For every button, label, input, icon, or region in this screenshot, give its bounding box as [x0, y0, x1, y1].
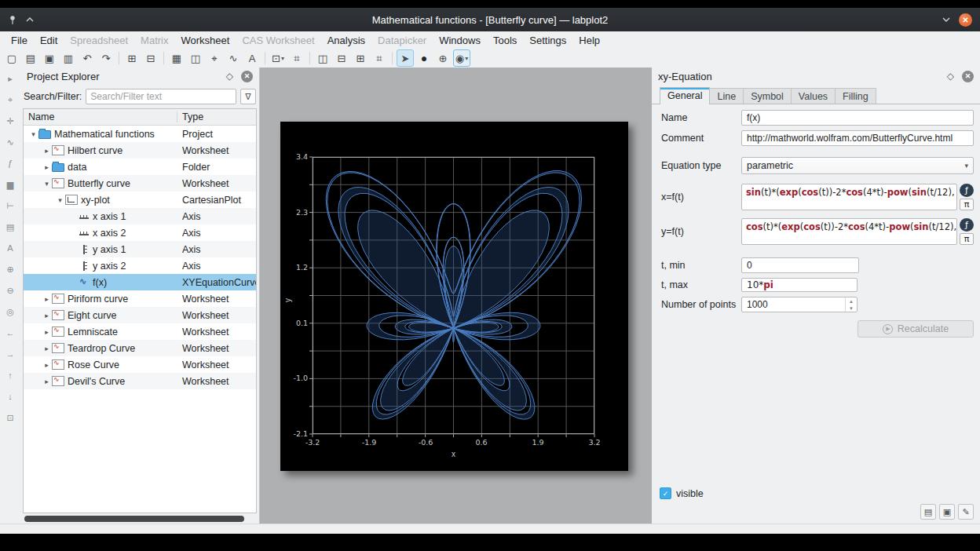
float-dock-icon[interactable]: ◇ [226, 71, 233, 82]
worksheet-page[interactable]: 3.42.31.20.1-1.0-2.1 -3.2-1.9-0.60.61.93… [280, 122, 628, 471]
expand-arrow-icon[interactable]: ▸ [42, 378, 52, 385]
menu-worksheet[interactable]: Worksheet [174, 33, 236, 48]
vtool-auto-scale[interactable]: ⊡ [3, 411, 17, 424]
tab-symbol[interactable]: Symbol [743, 88, 792, 104]
tree-row-devil-s-curve[interactable]: ▸Devil's CurveWorksheet [24, 373, 256, 389]
tree-row-xy-plot[interactable]: ▾xy-plotCartesianPlot [24, 192, 256, 208]
vtool-shift-right-x[interactable]: → [3, 348, 17, 360]
insert-function-button[interactable]: ƒ [960, 184, 974, 197]
spin-arrows[interactable]: ▲ ▼ [845, 297, 857, 312]
expand-arrow-icon[interactable]: ▸ [42, 361, 52, 369]
save-default-button[interactable]: ✎ [958, 504, 974, 520]
save-config-button[interactable]: ▣ [939, 504, 955, 520]
toolbar-new-worksheet[interactable]: ▦ [168, 49, 185, 67]
toolbar-new-plot[interactable]: ∿ [225, 49, 242, 67]
close-dock-icon[interactable]: ✕ [241, 71, 253, 82]
tmin-field[interactable] [741, 257, 859, 273]
toolbar-navigate-mode[interactable]: ● [415, 49, 433, 67]
column-header-name[interactable]: Name [24, 111, 177, 122]
close-button[interactable]: ✕ [959, 13, 972, 27]
spin-down-icon[interactable]: ▼ [846, 305, 857, 312]
menu-windows[interactable]: Windows [433, 33, 487, 48]
menu-file[interactable]: File [5, 33, 34, 48]
toolbar-print-preview[interactable]: ▥ [60, 49, 77, 67]
menu-tools[interactable]: Tools [487, 33, 523, 48]
tree-row-y-axis-2[interactable]: y axis 2Axis [24, 257, 256, 274]
expand-arrow-icon[interactable]: ▸ [42, 328, 52, 336]
toolbar-new-document[interactable]: ▢ [3, 49, 20, 67]
close-dock-icon[interactable]: ✕ [962, 71, 974, 82]
insert-constant-button[interactable]: π [960, 233, 974, 245]
toolbar-new-text-label[interactable]: A [243, 49, 261, 67]
comment-field[interactable] [741, 130, 974, 146]
collapse-arrow-icon[interactable]: ▾ [55, 196, 65, 204]
vtool-add-legend[interactable]: ▤ [3, 221, 17, 233]
pin-icon[interactable] [8, 15, 17, 25]
scrollbar-thumb[interactable] [24, 516, 244, 522]
search-input[interactable] [86, 89, 236, 104]
toolbar-redo[interactable]: ↷ [97, 49, 115, 67]
vtool-select-tool[interactable]: ▸ [3, 72, 17, 85]
vtool-zoom-in[interactable]: ⊕ [3, 263, 17, 276]
collapse-arrow-icon[interactable]: ▾ [42, 180, 52, 188]
toolbar-open-document[interactable]: ▤ [22, 49, 39, 67]
menu-analysis[interactable]: Analysis [321, 33, 371, 48]
menu-help[interactable]: Help [572, 33, 606, 48]
equation-type-select[interactable]: parametric ▾ [741, 157, 974, 174]
cartesian-plot[interactable]: 3.42.31.20.1-1.0-2.1 -3.2-1.9-0.60.61.93… [313, 157, 594, 434]
toolbar-break-layout[interactable]: ⌗ [371, 49, 388, 67]
toolbar-horizontal-layout[interactable]: ⊟ [333, 49, 350, 67]
menu-settings[interactable]: Settings [523, 33, 572, 48]
toolbar-magnification[interactable]: ◉▾ [453, 49, 470, 67]
tree-row-y-axis-1[interactable]: y axis 1Axis [24, 241, 256, 257]
tree-row-f-x[interactable]: f(x)XYEquationCurve [24, 274, 256, 290]
tree-row-x-axis-2[interactable]: x axis 2Axis [24, 224, 256, 241]
toolbar-select-mode[interactable]: ➤ [397, 49, 414, 67]
toolbar-new-datapicker[interactable]: ⌖ [206, 49, 223, 67]
tree-row-data[interactable]: ▸dataFolder [24, 159, 256, 175]
tree-row-mathematical-functions[interactable]: ▾Mathematical functionsProject [24, 126, 256, 142]
expand-arrow-icon[interactable]: ▸ [42, 163, 52, 171]
tree-row-x-axis-1[interactable]: x axis 1Axis [24, 208, 256, 224]
vtool-add-text-label[interactable]: A [3, 242, 17, 254]
tree-row-rose-curve[interactable]: ▸Rose CurveWorksheet [24, 356, 256, 373]
toolbar-new-spreadsheet[interactable]: ⊞ [123, 49, 141, 67]
tree-row-teardrop-curve[interactable]: ▸Teardrop CurveWorksheet [24, 340, 256, 356]
spin-up-icon[interactable]: ▲ [846, 297, 857, 305]
vtool-zoom-out[interactable]: ⊖ [3, 284, 17, 297]
tab-general[interactable]: General [660, 87, 710, 104]
tab-values[interactable]: Values [791, 88, 836, 104]
npoints-spinbox[interactable]: 1000 ▲ ▼ [741, 297, 858, 312]
vtool-pan-tool[interactable]: ✛ [3, 115, 17, 127]
load-config-button[interactable]: ▤ [920, 504, 936, 520]
expand-arrow-icon[interactable]: ▸ [42, 345, 52, 352]
vtool-shift-down-y[interactable]: ↓ [3, 390, 17, 403]
insert-function-button[interactable]: ƒ [960, 218, 974, 232]
vtool-add-axis[interactable]: ⊢ [3, 199, 17, 212]
toolbar-undo[interactable]: ↶ [79, 49, 96, 67]
vtool-zoom-origin[interactable]: ◎ [3, 305, 17, 318]
vtool-shift-up-y[interactable]: ↑ [3, 369, 17, 381]
toolbar-save-document[interactable]: ▣ [41, 49, 58, 67]
tree-row-hilbert-curve[interactable]: ▸Hilbert curveWorksheet [24, 142, 256, 159]
menu-edit[interactable]: Edit [34, 33, 64, 48]
vtool-add-equation-curve[interactable]: ƒ [3, 157, 17, 170]
toolbar-export-worksheet[interactable]: ⊡▾ [269, 49, 287, 67]
vtool-add-curve[interactable]: ∿ [3, 136, 17, 148]
toolbar-new-matrix[interactable]: ⊟ [142, 49, 159, 67]
expand-arrow-icon[interactable]: ▸ [42, 295, 52, 303]
shade-up-icon[interactable] [25, 16, 35, 24]
vtool-add-histogram[interactable]: ▆ [3, 178, 17, 191]
tree-row-lemniscate[interactable]: ▸LemniscateWorksheet [24, 323, 256, 340]
column-header-type[interactable]: Type [177, 111, 256, 122]
tree-row-eight-curve[interactable]: ▸Eight curveWorksheet [24, 307, 256, 323]
vtool-shift-left-x[interactable]: ← [3, 327, 17, 339]
filter-options-button[interactable]: ∇ [240, 89, 256, 104]
toolbar-grid-layout[interactable]: ⊞ [352, 49, 369, 67]
collapse-arrow-icon[interactable]: ▾ [28, 130, 38, 138]
tmax-field[interactable]: 10*pi [741, 278, 858, 292]
tab-filling[interactable]: Filling [835, 88, 876, 104]
recalculate-button[interactable]: ▶ Recalculate [858, 320, 974, 338]
visible-checkbox[interactable]: ✓ [660, 487, 671, 499]
tree-row-butterfly-curve[interactable]: ▾Butterfly curveWorksheet [24, 175, 256, 192]
